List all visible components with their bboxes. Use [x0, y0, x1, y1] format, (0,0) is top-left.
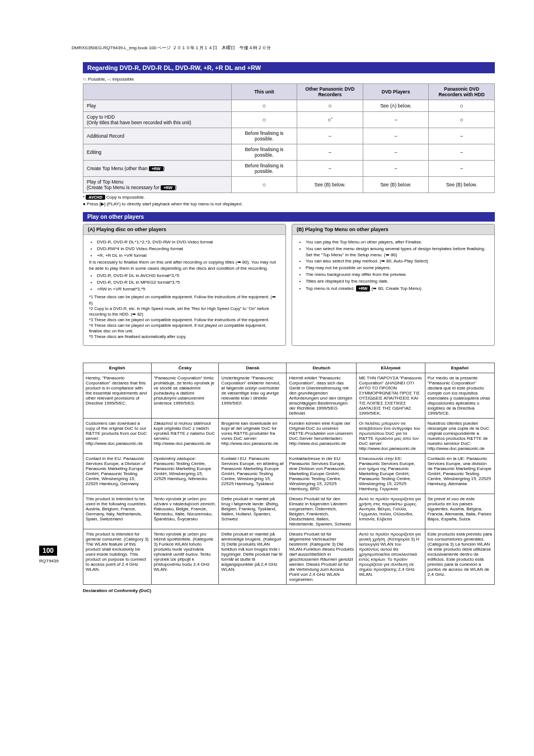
doc-cell: Dieses Produkt ist für den Einsatz in fo…: [287, 494, 357, 529]
doc-cell: Οι πελάτες μπορούν να κατεβάσουν ένα αντ…: [357, 419, 425, 454]
page-number: 100: [39, 546, 57, 556]
col-1: This unit: [231, 84, 297, 100]
doc-cell: Oprávněný zástupce: Panasonic Testing Ce…: [151, 454, 219, 494]
doc-cell: Customers can download a copy of the ori…: [83, 419, 152, 454]
list-item: +RW in +VR format*3,*5: [97, 287, 280, 293]
footnote: *1 These discs can be played on compatib…: [89, 294, 280, 306]
list-item: Top menu is not created. +RW (➡ 80, Crea…: [306, 285, 489, 292]
cell: ○: [297, 100, 363, 112]
doc-cell: Nuestros clientes pueden descargar una c…: [425, 419, 494, 454]
page-code: RQT9439: [39, 558, 59, 564]
cell: ○: [231, 100, 297, 112]
list-item: You can play the Top Menu on other playe…: [306, 240, 489, 246]
footer-title: Declaration of Conformity (DoC): [83, 588, 495, 593]
doc-cell: Se prevé el uso de este producto en los …: [425, 494, 494, 529]
cell: –: [363, 144, 429, 161]
doc-cell: Kontakt i EU: Panasonic Services Europe,…: [219, 454, 287, 494]
cell: –: [297, 161, 363, 177]
table1-foot1: * AVCHD Copy is impossible.: [83, 195, 495, 200]
doc-cell: Tento výrobek je určen pro užívání v nás…: [151, 494, 219, 529]
doc-cell: This product is intended to be used in t…: [83, 494, 152, 529]
cell: ○*: [297, 112, 363, 128]
doc-cell: Kunden können eine Kopie der Original-Do…: [287, 419, 357, 454]
row-label: Play of Top Menu(Create Top Menu is nece…: [83, 177, 232, 193]
left-list-2: DVD-R, DVD-R DL in AVCHD format*3,*5DVD-…: [89, 273, 280, 292]
box-a-title: (A) Playing disc on other players: [83, 224, 285, 235]
doc-cell: Zákazníci si mohou stáhnout kopii origin…: [151, 419, 219, 454]
list-item: DVD-R, DVD-R DL in AVCHD format*3,*5: [97, 273, 280, 279]
doc-table: EnglishČeskyDanskDeutschΕλληνικάEspañol …: [83, 363, 495, 585]
section-title-2: Play on other players: [83, 212, 495, 222]
doc-cell: Dieses Produkt ist für allgemeine Verbra…: [287, 529, 357, 585]
doc-cell: Dette produkt er møntet på almindelige b…: [219, 529, 287, 585]
doc-cell: ΜΕ ΤΗΝ ΠΑΡΟΥΣΑ "Panasonic Corporation" Δ…: [357, 373, 425, 419]
list-item: The menu background may differ from the …: [306, 272, 489, 278]
left-mid: It is necessary to finalise them on this…: [89, 260, 280, 272]
cell: –: [429, 144, 495, 161]
list-item: You can select the menu design among sev…: [306, 246, 489, 259]
col-blank: [83, 84, 232, 100]
doc-cell: Αυτό το προϊόν προορίζεται για χρήση στι…: [357, 494, 425, 529]
cell: See (B) below.: [297, 177, 363, 193]
cell: –: [363, 161, 429, 177]
row-label: Play: [83, 100, 232, 112]
doc-cell: Επικοινωνία στην ΕΕ: Panasonic Services …: [357, 454, 425, 494]
footnote: *4 These discs can be played on compatib…: [89, 323, 280, 334]
cell: ○: [429, 112, 495, 128]
doc-cell: Dette produkt er møntet på brug i følgen…: [219, 494, 287, 529]
footnote: *5 These discs are finalised automatical…: [89, 334, 280, 340]
row-label: Create Top Menu (other than +RW): [83, 161, 232, 177]
doc-cell: Contact in the EU: Panasonic Services Eu…: [83, 454, 152, 494]
cell: Before finalising is possible.: [231, 144, 297, 161]
cell: Before finalising is possible.: [231, 161, 297, 177]
cell: –: [363, 128, 429, 144]
cell: Before finalising is possible.: [231, 128, 297, 144]
cell: –: [429, 161, 495, 177]
doc-cell: Kontaktadresse in der EU: Panasonic Serv…: [287, 454, 357, 494]
box-b: (B) Playing Top Menu on other players Yo…: [292, 224, 495, 346]
list-item: +R, +R DL in +VR format: [97, 253, 280, 259]
left-footnotes: *1 These discs can be played on compatib…: [89, 294, 280, 340]
compatibility-table: This unit Other Panasonic DVD Recorders …: [83, 83, 495, 193]
doc-header: DMRXS350EG-RQT9439-L_eng.book 100 ページ ２０…: [72, 45, 495, 51]
cell: See (A) below.: [363, 100, 429, 112]
cell: See (B) below.: [429, 177, 495, 193]
doc-cell: Contacto en la UE: Panasonic Services Eu…: [425, 454, 494, 494]
cell: –: [429, 128, 495, 144]
table1-foot2: ● Press [▶] (PLAY) to directly start pla…: [83, 201, 495, 206]
doc-cell: Tento výrobek je určen pro běžné spotřeb…: [151, 529, 219, 585]
lang-header: Česky: [151, 363, 219, 373]
box-a: (A) Playing disc on other players DVD-R,…: [83, 224, 286, 346]
col-2: Other Panasonic DVD Recorders: [297, 84, 363, 100]
list-item: Play may not be possible on some players…: [306, 265, 489, 271]
doc-cell: Por medio de la presente "Panasonic Corp…: [425, 373, 494, 419]
lang-header: Español: [425, 363, 494, 373]
list-item: You can also select the play method. (➡ …: [306, 259, 489, 265]
cell: –: [297, 128, 363, 144]
cell: –: [363, 112, 429, 128]
doc-cell: This product is intended for general con…: [83, 529, 152, 585]
row-label: Additional Record: [83, 128, 232, 144]
list-item: DVD-R, DVD-R DL in MPEG2 format*3,*5: [97, 280, 280, 286]
left-list-1: DVD-R, DVD-R DL*1,*2,*3, DVD-RW in DVD-V…: [89, 240, 280, 259]
box-b-title: (B) Playing Top Menu on other players: [292, 224, 494, 235]
doc-cell: "Panasonic Corporation" tímto prohlašuje…: [151, 373, 219, 419]
lang-header: English: [83, 363, 152, 373]
doc-cell: Hiermit erklärt "Panasonic Corporation",…: [287, 373, 357, 419]
cell: See (B) below.: [363, 177, 429, 193]
col-3: DVD Players: [363, 84, 429, 100]
doc-cell: Brugerne kan downloade en kopi af det or…: [219, 419, 287, 454]
list-item: Titles are displayed by the recording da…: [306, 279, 489, 285]
possible-note: ○: Possible, –: Impossible: [83, 77, 495, 82]
doc-cell: Undertegnede "Panasonic Corporation" erk…: [219, 373, 287, 419]
list-item: DVD-RW*4 in DVD Video Recording format: [97, 246, 280, 252]
doc-cell: Este producto está previsto para los con…: [425, 529, 494, 585]
lang-header: Dansk: [219, 363, 287, 373]
doc-cell: Hereby, "Panasonic Corporation" declares…: [83, 373, 152, 419]
row-label: Copy to HDD(Only titles that have been r…: [83, 112, 232, 128]
row-label: Editing: [83, 144, 232, 161]
cell: ○: [231, 112, 297, 128]
lang-header: Deutsch: [287, 363, 357, 373]
col-4: Panasonic DVD Recorders with HDD: [429, 84, 495, 100]
lang-header: Ελληνικά: [357, 363, 425, 373]
